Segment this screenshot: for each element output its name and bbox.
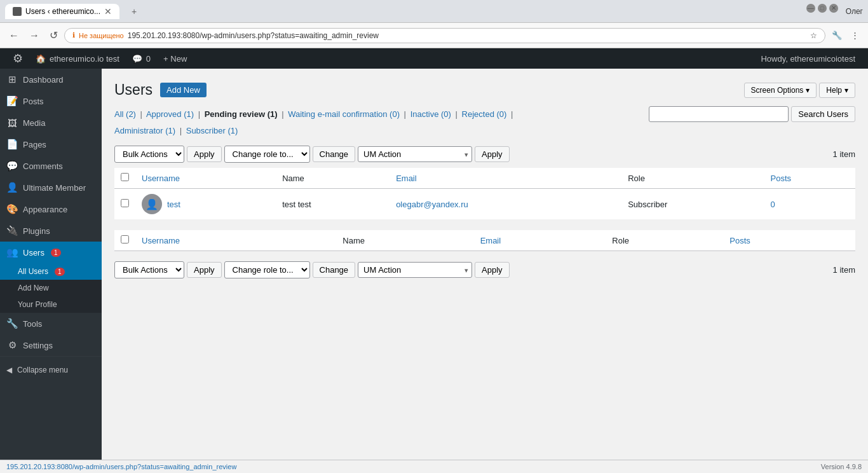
collapse-menu-btn[interactable]: ◀ Collapse menu [0, 360, 102, 380]
select-all-checkbox-top[interactable] [121, 173, 129, 181]
maximize-btn[interactable]: □ [818, 4, 827, 13]
filter-subscriber[interactable]: Subscriber (1) [186, 126, 238, 135]
sidebar-item-pages[interactable]: 📄 Pages [0, 134, 102, 155]
um-action-wrapper-bottom: UM Action Approve Reject [358, 262, 472, 278]
address-bar[interactable]: ℹ Не защищено 195.201.20.193:8080/wp-adm… [64, 28, 825, 43]
sidebar-item-settings[interactable]: ⚙ Settings [0, 334, 102, 356]
minimize-btn[interactable]: — [806, 4, 815, 13]
th-username-bottom[interactable]: Username [135, 230, 336, 251]
pages-icon: 📄 [6, 139, 18, 150]
sidebar-item-plugins[interactable]: 🔌 Plugins [0, 220, 102, 242]
search-users-button[interactable]: Search Users [791, 106, 855, 122]
filter-waiting-email[interactable]: Waiting e-mail confirmation (0) [288, 109, 400, 119]
sidebar-item-ultimate-member[interactable]: 👤 Ultimate Member [0, 177, 102, 198]
tools-icon: 🔧 [6, 318, 18, 329]
change-role-select-bottom[interactable]: Change role to... Administrator Editor A… [224, 261, 310, 278]
row-checkbox[interactable] [121, 199, 129, 207]
th-posts[interactable]: Posts [764, 168, 855, 189]
th-email-label: Email [396, 174, 417, 183]
filter-rejected[interactable]: Rejected (0) [462, 109, 507, 119]
th-name-label: Name [282, 174, 304, 183]
page-header-left: Users Add New [114, 81, 207, 99]
sidebar-item-dashboard[interactable]: ⊞ Dashboard [0, 69, 102, 90]
username-link[interactable]: test [167, 200, 180, 209]
bottom-url: 195.201.20.193:8080/wp-admin/users.php?s… [6, 463, 236, 470]
help-label: Help [826, 86, 842, 95]
new-item[interactable]: + New [157, 48, 193, 69]
th-email-bottom[interactable]: Email [474, 230, 606, 251]
main-content: Users Add New Screen Options ▾ Help ▾ [102, 69, 868, 473]
menu-btn[interactable]: ⋮ [847, 28, 863, 43]
th-username[interactable]: Username [135, 168, 276, 189]
refresh-btn[interactable]: ↺ [46, 27, 62, 44]
security-label: Не защищено [79, 32, 124, 39]
comments-item[interactable]: 💬 0 [126, 48, 157, 69]
add-new-button[interactable]: Add New [160, 83, 207, 97]
apply-um-bottom-button[interactable]: Apply [475, 262, 510, 278]
window-controls: — □ ✕ Олег [806, 4, 863, 19]
screen-options-button[interactable]: Screen Options ▾ [744, 83, 817, 98]
th-posts-bottom[interactable]: Posts [723, 230, 855, 251]
bulk-actions-select-top[interactable]: Bulk Actions Delete [114, 146, 184, 163]
um-action-select-top[interactable]: UM Action Approve Reject [358, 146, 472, 162]
extensions-btn[interactable]: 🔧 [828, 28, 846, 43]
new-label: + New [163, 54, 187, 64]
users-table-bottom-header: Username Name Email Role Posts [114, 230, 855, 251]
sidebar-item-your-profile[interactable]: Your Profile [0, 296, 102, 313]
table-header-bottom: Username Name Email Role Posts [114, 230, 855, 251]
version-label: Version 4.9.8 [821, 463, 862, 470]
user-email-link[interactable]: olegabr@yandex.ru [396, 200, 468, 209]
sidebar-item-comments[interactable]: 💬 Comments [0, 155, 102, 177]
bookmark-icon[interactable]: ☆ [810, 31, 817, 40]
admin-body: ⊞ Dashboard 📝 Posts 🖼 Media 📄 Pages 💬 Co… [0, 69, 868, 473]
site-name-item[interactable]: 🏠 ethereumico.io test [29, 48, 126, 69]
select-all-checkbox-bottom[interactable] [121, 235, 129, 243]
change-role-bottom-button[interactable]: Change [313, 262, 356, 278]
th-role: Role [621, 168, 764, 189]
your-profile-label: Your Profile [18, 300, 57, 309]
change-role-top-button[interactable]: Change [313, 146, 356, 162]
filter-pending-review[interactable]: Pending review (1) [205, 109, 278, 119]
browser-tab[interactable]: Users ‹ ethereumico... ✕ [5, 4, 119, 19]
media-icon: 🖼 [6, 117, 18, 128]
users-badge: 1 [51, 249, 61, 257]
apply-bulk-bottom-button[interactable]: Apply [187, 262, 222, 278]
filter-approved[interactable]: Approved (1) [146, 109, 194, 119]
howdy-item[interactable]: Howdy, ethereumicoiotest [754, 48, 862, 69]
search-input[interactable] [649, 106, 789, 122]
sidebar-item-posts[interactable]: 📝 Posts [0, 90, 102, 112]
tab-close-btn[interactable]: ✕ [104, 6, 112, 17]
wp-logo-icon: ⚙ [13, 51, 23, 65]
user-avatar: 👤 [142, 194, 162, 214]
wp-logo-item[interactable]: ⚙ [6, 48, 29, 69]
comments-icon: 💬 [132, 54, 142, 64]
sidebar-label-media: Media [23, 118, 45, 128]
back-btn[interactable]: ← [5, 27, 23, 44]
collapse-icon: ◀ [6, 366, 12, 374]
sidebar-item-tools[interactable]: 🔧 Tools [0, 313, 102, 334]
sidebar-item-add-new[interactable]: Add New [0, 280, 102, 296]
change-role-select-top[interactable]: Change role to... Administrator Editor A… [224, 146, 310, 163]
new-tab-btn[interactable]: + [125, 4, 144, 19]
bulk-actions-select-bottom[interactable]: Bulk Actions Delete [114, 261, 184, 278]
apply-um-top-button[interactable]: Apply [475, 146, 510, 162]
tab-title: Users ‹ ethereumico... [25, 7, 100, 16]
filter-administrator[interactable]: Administrator (1) [114, 126, 175, 135]
apply-bulk-top-button[interactable]: Apply [187, 146, 222, 162]
row-role-cell: Subscriber [621, 189, 764, 220]
th-email[interactable]: Email [390, 168, 621, 189]
sidebar-item-users[interactable]: 👥 Users 1 [0, 242, 102, 263]
close-btn[interactable]: ✕ [829, 4, 838, 13]
row-username-cell: 👤 test [135, 189, 276, 220]
forward-btn[interactable]: → [25, 27, 43, 44]
um-action-select-bottom[interactable]: UM Action Approve Reject [358, 262, 472, 278]
help-button[interactable]: Help ▾ [819, 83, 855, 98]
all-users-label: All Users [18, 267, 48, 276]
filter-inactive[interactable]: Inactive (0) [410, 109, 451, 119]
sidebar-item-all-users[interactable]: All Users 1 [0, 263, 102, 280]
sidebar-item-media[interactable]: 🖼 Media [0, 112, 102, 134]
admin-bar-right: Howdy, ethereumicoiotest [754, 48, 862, 69]
user-posts-link[interactable]: 0 [771, 200, 775, 209]
sidebar-item-appearance[interactable]: 🎨 Appearance [0, 198, 102, 220]
filter-all[interactable]: All (2) [114, 109, 136, 119]
